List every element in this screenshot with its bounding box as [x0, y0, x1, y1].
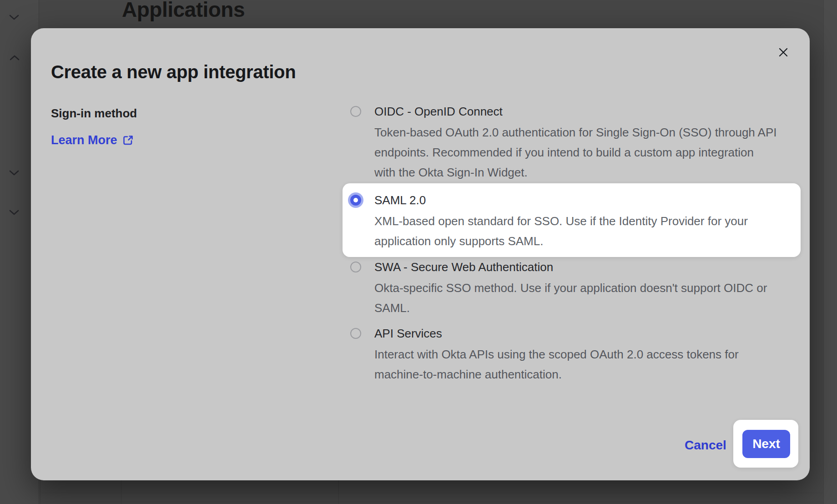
- next-button-spotlight: Next: [733, 420, 798, 468]
- option-saml[interactable]: SAML 2.0 XML-based open standard for SSO…: [343, 183, 801, 257]
- background-table-line: [121, 480, 121, 504]
- option-oidc-description: Token-based OAuth 2.0 authentication for…: [374, 122, 801, 182]
- option-swa-description: Okta-specific SSO method. Use if your ap…: [374, 278, 801, 318]
- option-oidc-label: OIDC - OpenID Connect: [374, 101, 801, 122]
- page-title: Applications: [122, 0, 245, 22]
- learn-more-label: Learn More: [51, 133, 117, 147]
- chevron-down-icon: [8, 14, 20, 21]
- background-table-line: [338, 480, 339, 504]
- option-swa[interactable]: SWA - Secure Web Authentication Okta-spe…: [343, 256, 801, 318]
- option-api-label: API Services: [374, 323, 801, 344]
- external-link-icon: [122, 134, 134, 146]
- close-icon[interactable]: [776, 45, 791, 60]
- option-swa-label: SWA - Secure Web Authentication: [374, 256, 801, 278]
- option-oidc[interactable]: OIDC - OpenID Connect Token-based OAuth …: [343, 101, 801, 182]
- option-api-services[interactable]: API Services Interact with Okta APIs usi…: [343, 323, 801, 384]
- radio-unselected-icon[interactable]: [350, 328, 361, 339]
- sign-in-method-label: Sign-in method: [51, 106, 137, 121]
- background-table-line: [40, 480, 40, 504]
- next-button[interactable]: Next: [742, 430, 790, 458]
- background-table-line: [40, 502, 823, 502]
- background-table-line: [40, 493, 823, 493]
- radio-unselected-icon[interactable]: [350, 106, 361, 117]
- learn-more-link[interactable]: Learn More: [51, 133, 134, 147]
- dialog-title: Create a new app integration: [51, 62, 296, 82]
- chevron-up-icon: [9, 54, 20, 61]
- create-app-integration-dialog: Create a new app integration Sign-in met…: [31, 28, 810, 480]
- radio-unselected-icon[interactable]: [350, 262, 361, 272]
- option-api-description: Interact with Okta APIs using the scoped…: [374, 344, 801, 384]
- background-scrollbar-track: [823, 0, 837, 504]
- radio-selected-icon[interactable]: [350, 195, 361, 206]
- chevron-down-icon: [8, 209, 20, 216]
- option-saml-description: XML-based open standard for SSO. Use if …: [374, 211, 801, 251]
- chevron-down-icon: [8, 169, 20, 176]
- option-saml-label: SAML 2.0: [374, 189, 801, 211]
- cancel-button[interactable]: Cancel: [685, 435, 726, 455]
